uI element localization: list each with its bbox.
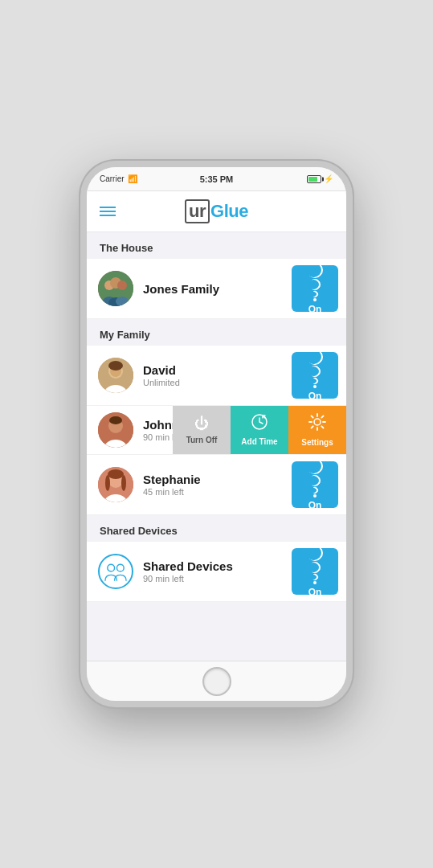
avatar	[98, 271, 133, 306]
row-sub: Unlimited	[143, 378, 292, 387]
turn-off-button[interactable]: ⏻ Turn Off	[173, 406, 231, 454]
on-label: On	[308, 304, 322, 315]
power-icon: ⏻	[194, 416, 209, 432]
list-row[interactable]: Stephanie 45 min left On	[87, 455, 346, 515]
svg-point-11	[108, 361, 123, 371]
list-row[interactable]: Jones Family On	[87, 259, 346, 319]
on-button-jones[interactable]: On	[292, 265, 338, 312]
svg-point-25	[116, 564, 124, 571]
status-battery: ⚡	[307, 174, 333, 183]
settings-gear-icon	[308, 413, 326, 435]
row-info: David Unlimited	[143, 363, 292, 387]
status-bar: Carrier 📶 5:35 PM ⚡	[87, 167, 346, 191]
battery-icon	[307, 175, 321, 183]
row-sub: 45 min left	[143, 487, 292, 497]
row-name: David	[143, 363, 292, 377]
add-time-label: Add Time	[241, 437, 277, 446]
avatar-jones-img	[98, 271, 133, 306]
app-logo: urGlue	[185, 199, 248, 223]
list-row-johnny[interactable]: Johnny 90 min left ⏻ Turn Off	[87, 406, 346, 455]
row-sub: 90 min left	[143, 574, 292, 583]
svg-point-15	[109, 416, 122, 424]
settings-button[interactable]: Settings	[288, 406, 346, 454]
home-button[interactable]	[202, 667, 231, 696]
on-button-stephanie[interactable]: On	[292, 461, 338, 508]
shared-devices-icon	[103, 559, 129, 584]
app-header: urGlue	[87, 191, 346, 232]
avatar	[98, 467, 133, 502]
bottom-spacer	[87, 602, 346, 618]
section-header-the-house: The House	[87, 232, 346, 259]
row-info: Stephanie 45 min left	[143, 473, 292, 497]
row-name: Stephanie	[143, 473, 292, 486]
list-row[interactable]: David Unlimited On	[87, 346, 346, 406]
phone-bottom	[87, 661, 346, 701]
avatar	[98, 358, 133, 393]
avatar	[98, 412, 133, 448]
avatar	[98, 554, 133, 589]
wifi-signal-icon	[307, 458, 323, 498]
section-header-my-family: My Family	[87, 319, 346, 346]
swipe-actions: ⏻ Turn Off Add Time	[173, 406, 346, 454]
row-info: Shared Devices 90 min left	[143, 559, 292, 583]
wifi-signal-icon	[307, 349, 323, 389]
section-header-shared-devices: Shared Devices	[87, 515, 346, 542]
phone-frame: Carrier 📶 5:35 PM ⚡ urGlue The House	[80, 161, 353, 707]
settings-label: Settings	[301, 438, 333, 447]
add-time-button[interactable]: Add Time	[231, 406, 288, 454]
on-label: On	[308, 391, 322, 402]
wifi-signal-icon	[307, 545, 323, 585]
avatar-david-img	[98, 358, 133, 393]
svg-point-3	[117, 280, 127, 290]
on-button-shared[interactable]: On	[292, 548, 338, 595]
menu-button[interactable]	[100, 207, 116, 216]
app-content: The House Jones Family	[87, 232, 346, 661]
on-label: On	[308, 587, 322, 598]
svg-point-22	[105, 475, 110, 491]
battery-fill	[308, 177, 317, 182]
svg-point-23	[121, 475, 126, 491]
svg-point-6	[116, 297, 129, 306]
svg-point-24	[108, 564, 115, 571]
svg-point-17	[314, 419, 321, 425]
status-carrier: Carrier 📶	[100, 174, 137, 183]
on-label: On	[308, 500, 322, 511]
row-name: Shared Devices	[143, 559, 292, 573]
row-name: Jones Family	[143, 282, 292, 296]
wifi-signal-icon	[307, 262, 323, 302]
on-button-david[interactable]: On	[292, 352, 338, 399]
row-info: Jones Family	[143, 282, 292, 296]
turn-off-label: Turn Off	[186, 436, 218, 444]
avatar-johnny-img	[98, 412, 133, 448]
svg-point-21	[108, 469, 124, 479]
add-time-icon	[251, 414, 268, 434]
list-row[interactable]: Shared Devices 90 min left On	[87, 542, 346, 602]
avatar-stephanie-img	[98, 467, 133, 502]
status-time: 5:35 PM	[200, 174, 234, 184]
